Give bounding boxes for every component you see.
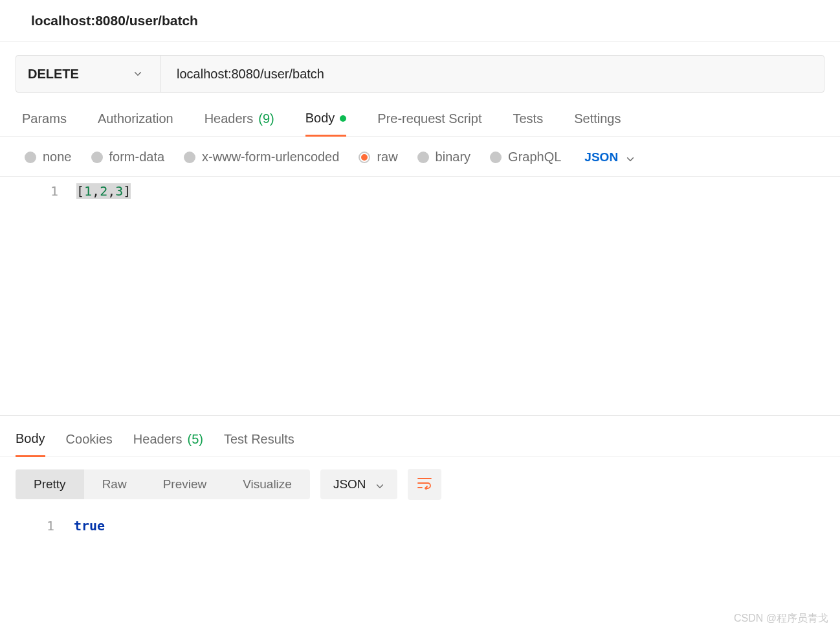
tab-headers-label: Headers <box>204 111 254 126</box>
resp-tab-headers-label: Headers <box>133 432 182 447</box>
view-raw[interactable]: Raw <box>84 469 145 499</box>
request-tab-title: localhost:8080/user/batch <box>0 0 840 42</box>
resp-headers-count-badge: (5) <box>187 432 203 447</box>
json-keyword: true <box>74 518 105 534</box>
view-pretty[interactable]: Pretty <box>16 469 84 499</box>
resp-tab-testresults[interactable]: Test Results <box>224 431 294 457</box>
response-view-mode: Pretty Raw Preview Visualize <box>16 469 310 499</box>
editor-gutter: 1 <box>0 512 69 540</box>
response-tabs: Body Cookies Headers (5) Test Results <box>0 416 840 457</box>
radio-icon <box>25 152 36 163</box>
tab-body[interactable]: Body <box>305 111 347 137</box>
json-number: 3 <box>115 183 123 199</box>
response-format-value: JSON <box>333 477 366 491</box>
body-type-raw-label: raw <box>377 150 397 164</box>
body-type-urlencoded[interactable]: x-www-form-urlencoded <box>184 150 339 164</box>
json-comma: , <box>107 183 115 199</box>
radio-selected-icon <box>359 152 370 163</box>
http-method-value: DELETE <box>28 67 79 82</box>
chevron-down-icon <box>133 69 142 78</box>
tab-prerequest[interactable]: Pre-request Script <box>377 111 481 136</box>
resp-tab-headers[interactable]: Headers (5) <box>133 431 203 457</box>
body-type-binary[interactable]: binary <box>417 150 470 164</box>
view-visualize[interactable]: Visualize <box>225 469 310 499</box>
tab-tests[interactable]: Tests <box>513 111 543 136</box>
body-type-none[interactable]: none <box>25 150 72 164</box>
response-body-editor[interactable]: 1 true <box>0 512 840 540</box>
body-type-none-label: none <box>43 150 72 164</box>
body-type-selector: none form-data x-www-form-urlencoded raw… <box>0 137 840 177</box>
body-type-urlencoded-label: x-www-form-urlencoded <box>202 150 339 164</box>
body-language-value: JSON <box>584 150 618 164</box>
body-type-raw[interactable]: raw <box>359 150 397 164</box>
body-type-graphql-label: GraphQL <box>508 150 561 164</box>
radio-icon <box>490 152 502 163</box>
editor-code: true <box>69 512 840 540</box>
tab-params[interactable]: Params <box>22 111 67 136</box>
body-type-binary-label: binary <box>436 150 470 164</box>
json-bracket: ] <box>123 183 131 199</box>
headers-count-badge: (9) <box>258 111 274 126</box>
resp-tab-cookies[interactable]: Cookies <box>66 431 113 457</box>
radio-icon <box>417 152 429 163</box>
editor-gutter: 1 <box>0 177 76 415</box>
response-area: Body Cookies Headers (5) Test Results Pr… <box>0 415 840 540</box>
radio-icon <box>184 152 195 163</box>
body-type-graphql[interactable]: GraphQL <box>490 150 561 164</box>
request-bar: DELETE <box>16 55 824 93</box>
body-language-select[interactable]: JSON <box>584 150 635 164</box>
json-bracket: [ <box>76 183 84 199</box>
watermark: CSDN @程序员青戈 <box>734 612 828 626</box>
body-active-dot-icon <box>340 115 346 122</box>
response-format-select[interactable]: JSON <box>320 469 397 499</box>
view-preview[interactable]: Preview <box>145 469 225 499</box>
json-comma: , <box>92 183 100 199</box>
wrap-icon <box>417 477 432 492</box>
http-method-select[interactable]: DELETE <box>16 56 161 92</box>
body-type-formdata[interactable]: form-data <box>91 150 165 164</box>
request-url-input[interactable] <box>161 56 824 92</box>
json-number: 1 <box>84 183 92 199</box>
tab-settings[interactable]: Settings <box>574 111 621 136</box>
line-number: 1 <box>0 182 58 200</box>
tab-body-label: Body <box>305 111 335 126</box>
request-body-editor[interactable]: 1 [1,2,3] <box>0 177 840 415</box>
tab-headers[interactable]: Headers (9) <box>204 111 274 136</box>
body-type-formdata-label: form-data <box>109 150 165 164</box>
response-toolbar: Pretty Raw Preview Visualize JSON <box>0 457 840 512</box>
line-number: 1 <box>0 517 54 535</box>
radio-icon <box>91 152 103 163</box>
editor-code[interactable]: [1,2,3] <box>76 177 840 415</box>
json-number: 2 <box>100 183 107 199</box>
wrap-lines-button[interactable] <box>408 469 441 500</box>
chevron-down-icon <box>375 480 384 489</box>
tab-authorization[interactable]: Authorization <box>98 111 173 136</box>
request-config-tabs: Params Authorization Headers (9) Body Pr… <box>0 93 840 137</box>
chevron-down-icon <box>626 153 635 162</box>
resp-tab-body[interactable]: Body <box>16 431 45 457</box>
